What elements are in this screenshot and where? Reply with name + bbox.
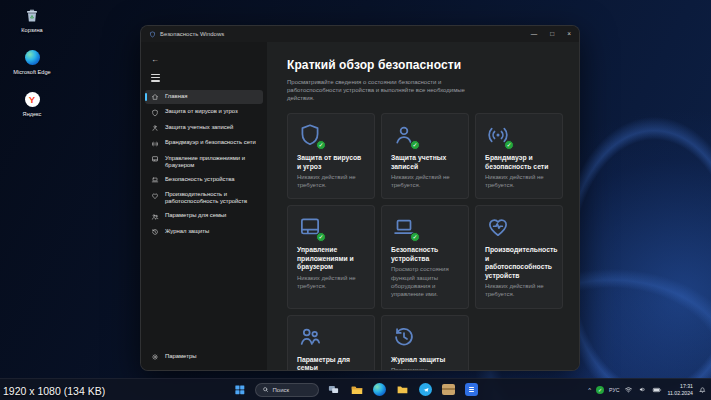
sidebar-item-account-protection[interactable]: Защита учетных записей xyxy=(145,121,263,136)
network-icon: ✓ xyxy=(485,122,511,148)
resolution-overlay-text: 1920 x 1080 (134 KB) xyxy=(3,385,105,397)
card-app-browser-control[interactable]: ✓ Управление приложениями и браузером Ни… xyxy=(287,205,375,308)
card-virus-threat-protection[interactable]: ✓ Защита от вирусов и угроз Никаких дейс… xyxy=(287,113,375,199)
check-badge-icon: ✓ xyxy=(316,232,326,242)
file-explorer-icon[interactable] xyxy=(349,382,365,398)
card-title: Журнал защиты xyxy=(391,356,459,364)
laptop-icon xyxy=(151,176,159,184)
family-icon xyxy=(297,324,323,350)
app-shield-icon xyxy=(149,31,156,38)
window-titlebar[interactable]: Безопасность Windows — □ × xyxy=(141,26,579,42)
sidebar-item-label: Параметры xyxy=(165,353,196,360)
window-title: Безопасность Windows xyxy=(160,31,224,37)
check-badge-icon: ✓ xyxy=(410,232,420,242)
edge-icon xyxy=(24,49,41,66)
sidebar-item-settings[interactable]: Параметры xyxy=(145,350,263,365)
shield-icon: ✓ xyxy=(297,122,323,148)
sidebar-item-device-performance[interactable]: Производительность и работоспособность у… xyxy=(145,188,263,208)
close-button[interactable]: × xyxy=(567,31,571,38)
card-title: Управление приложениями и браузером xyxy=(297,246,365,271)
card-device-security[interactable]: ✓ Безопасность устройства Просмотр состо… xyxy=(381,205,469,308)
sidebar-item-firewall-network[interactable]: Брандмауэр и безопасность сети xyxy=(145,136,263,151)
laptop-icon: ✓ xyxy=(391,214,417,240)
health-icon xyxy=(485,214,511,240)
speaker-app-icon[interactable] xyxy=(464,382,480,398)
gear-icon xyxy=(151,353,159,361)
desktop-icon-label: Microsoft Edge xyxy=(13,69,50,76)
battery-icon[interactable] xyxy=(652,385,662,395)
card-status: Никаких действий не требуется. xyxy=(485,282,553,298)
card-status: Просмотрите последние действия и рекомен… xyxy=(391,366,459,370)
taskbar-search[interactable]: Поиск xyxy=(255,383,319,397)
security-cards-grid: ✓ Защита от вирусов и угроз Никаких дейс… xyxy=(287,113,565,370)
sidebar-item-home[interactable]: Главная xyxy=(145,90,263,105)
windows-security-window: Безопасность Windows — □ × ← Главная Защ… xyxy=(140,25,580,371)
desktop-icon-label: Яндекс xyxy=(23,111,42,118)
sidebar-nav: Главная Защита от вирусов и угроз Защита… xyxy=(141,88,267,242)
card-title: Безопасность устройства xyxy=(391,246,459,263)
tray-time: 17:31 xyxy=(680,383,693,389)
apps-icon xyxy=(151,155,159,163)
sidebar-item-family-options[interactable]: Параметры для семьи xyxy=(145,209,263,224)
desktop-icon-edge[interactable]: Microsoft Edge xyxy=(6,49,58,76)
antivirus-tray-icon[interactable]: ✓ xyxy=(596,386,604,394)
search-placeholder: Поиск xyxy=(273,387,290,393)
card-device-performance[interactable]: Производительность и работоспособность у… xyxy=(475,205,563,308)
history-icon xyxy=(151,228,159,236)
sidebar-item-device-security[interactable]: Безопасность устройства xyxy=(145,173,263,188)
card-status: Никаких действий не требуется. xyxy=(297,274,365,290)
card-protection-history[interactable]: Журнал защиты Просмотрите последние дейс… xyxy=(381,315,469,370)
sidebar-item-label: Главная xyxy=(165,93,187,100)
volume-icon[interactable] xyxy=(638,385,647,394)
card-title: Защита учетных записей xyxy=(391,154,459,171)
check-badge-icon: ✓ xyxy=(410,140,420,150)
recycle-bin-icon xyxy=(24,7,41,24)
minimize-button[interactable]: — xyxy=(531,31,538,38)
chevron-up-icon[interactable]: ^ xyxy=(588,387,591,393)
taskbar: Поиск ^ ✓ РУС 17:31 11.02.2024 xyxy=(0,378,711,400)
archive-box-icon[interactable] xyxy=(441,382,457,398)
wifi-icon[interactable] xyxy=(624,385,633,394)
family-icon xyxy=(151,213,159,221)
card-status: Никаких действий не требуется. xyxy=(297,173,365,189)
edge-icon[interactable] xyxy=(372,382,388,398)
desktop-icon-label: Корзина xyxy=(21,27,42,34)
sidebar-item-label: Журнал защиты xyxy=(165,228,209,235)
home-icon xyxy=(151,93,159,101)
card-account-protection[interactable]: ✓ Защита учетных записей Никаких действи… xyxy=(381,113,469,199)
apps-icon: ✓ xyxy=(297,214,323,240)
check-badge-icon: ✓ xyxy=(316,140,326,150)
card-status: Никаких действий не требуется. xyxy=(391,173,459,189)
person-icon: ✓ xyxy=(391,122,417,148)
menu-icon[interactable] xyxy=(151,74,160,82)
start-button[interactable] xyxy=(232,382,248,398)
card-firewall-network[interactable]: ✓ Брандмауэр и безопасность сети Никаких… xyxy=(475,113,563,199)
history-icon xyxy=(391,324,417,350)
card-title: Производительность и работоспособность у… xyxy=(485,246,553,280)
notification-bell-icon[interactable] xyxy=(698,385,707,394)
back-button[interactable]: ← xyxy=(141,53,159,66)
health-icon xyxy=(151,192,159,200)
messenger-icon[interactable] xyxy=(418,382,434,398)
folder-icon[interactable] xyxy=(395,382,411,398)
sidebar-item-label: Безопасность устройства xyxy=(165,176,235,183)
sidebar-item-protection-history[interactable]: Журнал защиты xyxy=(145,225,263,240)
sidebar-item-virus-threat-protection[interactable]: Защита от вирусов и угроз xyxy=(145,105,263,120)
maximize-button[interactable]: □ xyxy=(550,31,554,38)
person-icon xyxy=(151,124,159,132)
search-icon xyxy=(262,386,269,393)
card-title: Параметры для семьи xyxy=(297,356,365,370)
sidebar-item-app-browser-control[interactable]: Управление приложениями и браузером xyxy=(145,152,263,172)
sidebar-item-label: Производительность и работоспособность у… xyxy=(165,191,257,205)
sidebar-item-label: Защита от вирусов и угроз xyxy=(165,108,238,115)
sidebar-item-label: Брандмауэр и безопасность сети xyxy=(165,139,256,146)
desktop-icon-recycle-bin[interactable]: Корзина xyxy=(6,7,58,34)
language-indicator[interactable]: РУС xyxy=(609,387,619,393)
main-content: Краткий обзор безопасности Просматривайт… xyxy=(267,42,579,370)
system-tray: ^ ✓ РУС 17:31 11.02.2024 xyxy=(588,379,707,400)
card-family-options[interactable]: Параметры для семьи Отслеживайте, как ва… xyxy=(287,315,375,370)
task-view-icon[interactable] xyxy=(326,382,342,398)
check-badge-icon: ✓ xyxy=(504,140,514,150)
desktop-icon-yandex[interactable]: Y Яндекс xyxy=(6,91,58,118)
tray-clock[interactable]: 17:31 11.02.2024 xyxy=(667,383,693,396)
